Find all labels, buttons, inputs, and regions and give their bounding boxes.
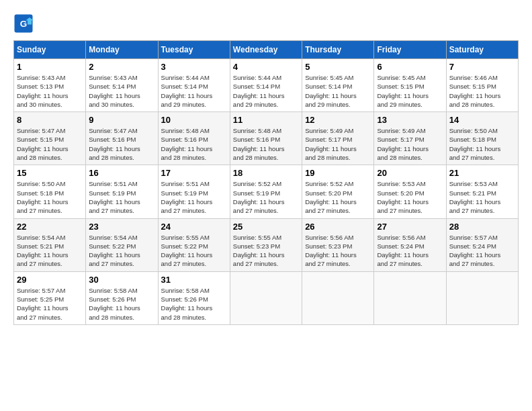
calendar-cell: 9Sunrise: 5:47 AM Sunset: 5:16 PM Daylig… bbox=[86, 112, 158, 165]
week-row-4: 22Sunrise: 5:54 AM Sunset: 5:21 PM Dayli… bbox=[14, 218, 519, 271]
calendar-cell: 22Sunrise: 5:54 AM Sunset: 5:21 PM Dayli… bbox=[14, 218, 86, 271]
day-info: Sunrise: 5:44 AM Sunset: 5:14 PM Dayligh… bbox=[161, 73, 227, 109]
week-row-2: 8Sunrise: 5:47 AM Sunset: 5:15 PM Daylig… bbox=[14, 112, 519, 165]
day-info: Sunrise: 5:54 AM Sunset: 5:21 PM Dayligh… bbox=[17, 233, 83, 269]
calendar-cell: 15Sunrise: 5:50 AM Sunset: 5:18 PM Dayli… bbox=[14, 165, 86, 218]
day-info: Sunrise: 5:47 AM Sunset: 5:16 PM Dayligh… bbox=[89, 126, 154, 162]
day-info: Sunrise: 5:58 AM Sunset: 5:26 PM Dayligh… bbox=[89, 286, 154, 322]
calendar-cell: 13Sunrise: 5:49 AM Sunset: 5:17 PM Dayli… bbox=[374, 112, 446, 165]
calendar-cell: 8Sunrise: 5:47 AM Sunset: 5:15 PM Daylig… bbox=[14, 112, 86, 165]
day-number: 8 bbox=[17, 115, 83, 125]
day-info: Sunrise: 5:52 AM Sunset: 5:19 PM Dayligh… bbox=[233, 179, 299, 215]
col-header-friday: Friday bbox=[374, 41, 446, 59]
day-number: 30 bbox=[89, 275, 154, 285]
day-number: 11 bbox=[233, 115, 299, 125]
day-info: Sunrise: 5:44 AM Sunset: 5:14 PM Dayligh… bbox=[233, 73, 299, 109]
calendar-cell: 2Sunrise: 5:43 AM Sunset: 5:14 PM Daylig… bbox=[86, 59, 158, 112]
calendar-cell: 21Sunrise: 5:53 AM Sunset: 5:21 PM Dayli… bbox=[446, 165, 518, 218]
week-row-3: 15Sunrise: 5:50 AM Sunset: 5:18 PM Dayli… bbox=[14, 165, 519, 218]
day-info: Sunrise: 5:57 AM Sunset: 5:25 PM Dayligh… bbox=[17, 286, 83, 322]
day-info: Sunrise: 5:54 AM Sunset: 5:22 PM Dayligh… bbox=[89, 233, 154, 269]
day-number: 9 bbox=[89, 115, 154, 125]
day-number: 13 bbox=[377, 115, 443, 125]
calendar-cell: 26Sunrise: 5:56 AM Sunset: 5:23 PM Dayli… bbox=[302, 218, 374, 271]
day-info: Sunrise: 5:56 AM Sunset: 5:23 PM Dayligh… bbox=[305, 233, 371, 269]
day-info: Sunrise: 5:46 AM Sunset: 5:15 PM Dayligh… bbox=[449, 73, 515, 109]
calendar-cell: 29Sunrise: 5:57 AM Sunset: 5:25 PM Dayli… bbox=[14, 271, 86, 324]
day-number: 25 bbox=[233, 222, 299, 232]
day-info: Sunrise: 5:50 AM Sunset: 5:18 PM Dayligh… bbox=[17, 179, 83, 215]
day-info: Sunrise: 5:58 AM Sunset: 5:26 PM Dayligh… bbox=[161, 286, 227, 322]
header: G bbox=[13, 13, 519, 34]
day-number: 20 bbox=[377, 168, 443, 178]
calendar-cell: 11Sunrise: 5:48 AM Sunset: 5:16 PM Dayli… bbox=[230, 112, 302, 165]
day-info: Sunrise: 5:48 AM Sunset: 5:16 PM Dayligh… bbox=[233, 126, 299, 162]
day-number: 22 bbox=[17, 222, 83, 232]
day-info: Sunrise: 5:55 AM Sunset: 5:22 PM Dayligh… bbox=[161, 233, 227, 269]
day-number: 3 bbox=[161, 62, 227, 72]
calendar-cell: 27Sunrise: 5:56 AM Sunset: 5:24 PM Dayli… bbox=[374, 218, 446, 271]
day-number: 14 bbox=[449, 115, 515, 125]
day-number: 28 bbox=[449, 222, 515, 232]
calendar-cell: 23Sunrise: 5:54 AM Sunset: 5:22 PM Dayli… bbox=[86, 218, 158, 271]
day-number: 1 bbox=[17, 62, 83, 72]
calendar-cell bbox=[446, 271, 518, 324]
calendar-cell: 5Sunrise: 5:45 AM Sunset: 5:14 PM Daylig… bbox=[302, 59, 374, 112]
calendar-cell: 14Sunrise: 5:50 AM Sunset: 5:18 PM Dayli… bbox=[446, 112, 518, 165]
day-number: 7 bbox=[449, 62, 515, 72]
day-number: 31 bbox=[161, 275, 227, 285]
calendar-table: SundayMondayTuesdayWednesdayThursdayFrid… bbox=[13, 40, 519, 325]
day-number: 19 bbox=[305, 168, 371, 178]
calendar-cell bbox=[302, 271, 374, 324]
day-info: Sunrise: 5:56 AM Sunset: 5:24 PM Dayligh… bbox=[377, 233, 443, 269]
calendar-cell: 17Sunrise: 5:51 AM Sunset: 5:19 PM Dayli… bbox=[158, 165, 230, 218]
calendar-cell: 24Sunrise: 5:55 AM Sunset: 5:22 PM Dayli… bbox=[158, 218, 230, 271]
day-info: Sunrise: 5:49 AM Sunset: 5:17 PM Dayligh… bbox=[305, 126, 371, 162]
day-number: 21 bbox=[449, 168, 515, 178]
calendar-cell: 1Sunrise: 5:43 AM Sunset: 5:13 PM Daylig… bbox=[14, 59, 86, 112]
col-header-thursday: Thursday bbox=[302, 41, 374, 59]
day-number: 6 bbox=[377, 62, 443, 72]
day-info: Sunrise: 5:55 AM Sunset: 5:23 PM Dayligh… bbox=[233, 233, 299, 269]
day-number: 27 bbox=[377, 222, 443, 232]
day-info: Sunrise: 5:51 AM Sunset: 5:19 PM Dayligh… bbox=[89, 179, 154, 215]
day-info: Sunrise: 5:43 AM Sunset: 5:13 PM Dayligh… bbox=[17, 73, 83, 109]
day-number: 2 bbox=[89, 62, 154, 72]
calendar-cell: 7Sunrise: 5:46 AM Sunset: 5:15 PM Daylig… bbox=[446, 59, 518, 112]
col-header-sunday: Sunday bbox=[14, 41, 86, 59]
calendar-cell: 31Sunrise: 5:58 AM Sunset: 5:26 PM Dayli… bbox=[158, 271, 230, 324]
day-info: Sunrise: 5:43 AM Sunset: 5:14 PM Dayligh… bbox=[89, 73, 154, 109]
day-info: Sunrise: 5:48 AM Sunset: 5:16 PM Dayligh… bbox=[161, 126, 227, 162]
week-row-5: 29Sunrise: 5:57 AM Sunset: 5:25 PM Dayli… bbox=[14, 271, 519, 324]
header-row: SundayMondayTuesdayWednesdayThursdayFrid… bbox=[14, 41, 519, 59]
day-number: 29 bbox=[17, 275, 83, 285]
logo: G bbox=[13, 13, 36, 34]
calendar-cell: 10Sunrise: 5:48 AM Sunset: 5:16 PM Dayli… bbox=[158, 112, 230, 165]
calendar-cell: 3Sunrise: 5:44 AM Sunset: 5:14 PM Daylig… bbox=[158, 59, 230, 112]
day-number: 4 bbox=[233, 62, 299, 72]
day-info: Sunrise: 5:45 AM Sunset: 5:14 PM Dayligh… bbox=[305, 73, 371, 109]
logo-icon: G bbox=[13, 13, 34, 34]
week-row-1: 1Sunrise: 5:43 AM Sunset: 5:13 PM Daylig… bbox=[14, 59, 519, 112]
col-header-wednesday: Wednesday bbox=[230, 41, 302, 59]
day-number: 23 bbox=[89, 222, 154, 232]
day-number: 17 bbox=[161, 168, 227, 178]
calendar-cell: 28Sunrise: 5:57 AM Sunset: 5:24 PM Dayli… bbox=[446, 218, 518, 271]
day-number: 26 bbox=[305, 222, 371, 232]
calendar-cell: 20Sunrise: 5:53 AM Sunset: 5:20 PM Dayli… bbox=[374, 165, 446, 218]
day-number: 24 bbox=[161, 222, 227, 232]
calendar-cell: 25Sunrise: 5:55 AM Sunset: 5:23 PM Dayli… bbox=[230, 218, 302, 271]
day-info: Sunrise: 5:45 AM Sunset: 5:15 PM Dayligh… bbox=[377, 73, 443, 109]
day-info: Sunrise: 5:47 AM Sunset: 5:15 PM Dayligh… bbox=[17, 126, 83, 162]
calendar-cell: 16Sunrise: 5:51 AM Sunset: 5:19 PM Dayli… bbox=[86, 165, 158, 218]
day-info: Sunrise: 5:50 AM Sunset: 5:18 PM Dayligh… bbox=[449, 126, 515, 162]
calendar-cell bbox=[230, 271, 302, 324]
calendar-cell: 6Sunrise: 5:45 AM Sunset: 5:15 PM Daylig… bbox=[374, 59, 446, 112]
day-info: Sunrise: 5:53 AM Sunset: 5:21 PM Dayligh… bbox=[449, 179, 515, 215]
calendar-cell bbox=[374, 271, 446, 324]
day-info: Sunrise: 5:49 AM Sunset: 5:17 PM Dayligh… bbox=[377, 126, 443, 162]
day-info: Sunrise: 5:57 AM Sunset: 5:24 PM Dayligh… bbox=[449, 233, 515, 269]
day-number: 16 bbox=[89, 168, 154, 178]
svg-text:G: G bbox=[20, 19, 28, 29]
col-header-saturday: Saturday bbox=[446, 41, 518, 59]
